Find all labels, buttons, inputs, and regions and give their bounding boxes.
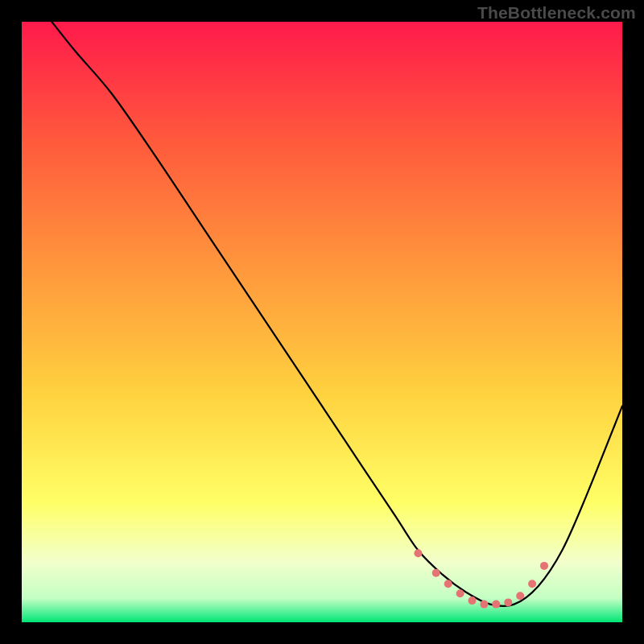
plot-area xyxy=(22,22,622,622)
marker-dot xyxy=(540,562,548,570)
marker-dot xyxy=(516,592,524,600)
marker-dot xyxy=(432,569,440,577)
chart-container: TheBottleneck.com xyxy=(0,0,644,644)
marker-dot xyxy=(504,598,512,606)
marker-dot xyxy=(480,601,488,609)
chart-svg xyxy=(22,22,622,622)
marker-dot xyxy=(528,580,536,588)
marker-dot xyxy=(492,601,500,609)
gradient-background xyxy=(22,22,622,622)
watermark-text: TheBottleneck.com xyxy=(477,3,636,23)
marker-dot xyxy=(469,597,477,605)
marker-dot xyxy=(444,580,452,588)
marker-dot xyxy=(456,589,464,597)
marker-dot xyxy=(414,549,422,557)
